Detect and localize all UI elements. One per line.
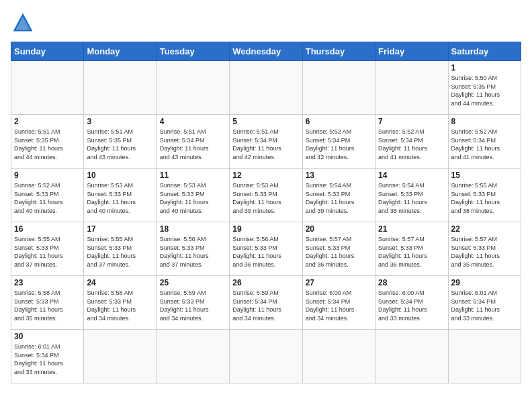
- calendar-cell: 12Sunrise: 5:53 AM Sunset: 5:33 PM Dayli…: [230, 169, 302, 222]
- calendar-cell: 1Sunrise: 5:50 AM Sunset: 5:35 PM Daylig…: [448, 61, 521, 115]
- calendar-cell: 6Sunrise: 5:52 AM Sunset: 5:34 PM Daylig…: [302, 115, 375, 169]
- calendar-cell: 26Sunrise: 5:59 AM Sunset: 5:34 PM Dayli…: [230, 276, 302, 330]
- day-number: 16: [14, 224, 81, 234]
- calendar-cell: 3Sunrise: 5:51 AM Sunset: 5:35 PM Daylig…: [84, 115, 157, 169]
- calendar-cell: 10Sunrise: 5:53 AM Sunset: 5:33 PM Dayli…: [84, 169, 157, 222]
- day-number: 27: [306, 278, 372, 287]
- day-info: Sunrise: 5:59 AM Sunset: 5:34 PM Dayligh…: [232, 289, 299, 322]
- calendar-cell: 7Sunrise: 5:52 AM Sunset: 5:34 PM Daylig…: [375, 115, 448, 169]
- day-info: Sunrise: 5:51 AM Sunset: 5:34 PM Dayligh…: [160, 128, 226, 161]
- calendar-cell: 9Sunrise: 5:52 AM Sunset: 5:33 PM Daylig…: [11, 169, 84, 222]
- calendar-row: 23Sunrise: 5:58 AM Sunset: 5:33 PM Dayli…: [11, 276, 521, 330]
- day-number: 22: [451, 224, 518, 234]
- day-number: 28: [378, 278, 445, 287]
- day-info: Sunrise: 5:59 AM Sunset: 5:33 PM Dayligh…: [160, 289, 226, 322]
- day-info: Sunrise: 5:53 AM Sunset: 5:33 PM Dayligh…: [87, 181, 153, 215]
- calendar-table: SundayMondayTuesdayWednesdayThursdayFrid…: [11, 42, 521, 383]
- day-number: 29: [451, 278, 518, 287]
- day-number: 30: [14, 332, 81, 341]
- weekday-header-saturday: Saturday: [448, 42, 521, 61]
- day-info: Sunrise: 5:55 AM Sunset: 5:33 PM Dayligh…: [87, 235, 153, 269]
- calendar-cell: 17Sunrise: 5:55 AM Sunset: 5:33 PM Dayli…: [84, 222, 157, 276]
- calendar-cell: 2Sunrise: 5:51 AM Sunset: 5:35 PM Daylig…: [11, 115, 84, 169]
- day-info: Sunrise: 6:01 AM Sunset: 5:34 PM Dayligh…: [14, 342, 81, 376]
- calendar-cell: [157, 330, 229, 383]
- weekday-header-sunday: Sunday: [11, 42, 84, 61]
- day-info: Sunrise: 6:01 AM Sunset: 5:34 PM Dayligh…: [451, 289, 518, 322]
- calendar-cell: [84, 330, 157, 383]
- calendar-cell: 28Sunrise: 6:00 AM Sunset: 5:34 PM Dayli…: [375, 276, 448, 330]
- calendar-cell: 27Sunrise: 6:00 AM Sunset: 5:34 PM Dayli…: [302, 276, 375, 330]
- day-number: 26: [232, 278, 299, 287]
- day-info: Sunrise: 5:51 AM Sunset: 5:34 PM Dayligh…: [232, 128, 299, 161]
- calendar-cell: 11Sunrise: 5:53 AM Sunset: 5:33 PM Dayli…: [157, 169, 229, 222]
- day-number: 14: [378, 171, 445, 180]
- calendar-cell: [230, 330, 302, 383]
- day-number: 7: [378, 117, 445, 126]
- calendar-cell: 19Sunrise: 5:56 AM Sunset: 5:33 PM Dayli…: [230, 222, 302, 276]
- calendar-cell: 24Sunrise: 5:58 AM Sunset: 5:33 PM Dayli…: [84, 276, 157, 330]
- page-header: [11, 11, 521, 35]
- day-number: 12: [232, 171, 299, 180]
- day-number: 3: [87, 117, 153, 126]
- calendar-cell: [375, 330, 448, 383]
- calendar-body: 1Sunrise: 5:50 AM Sunset: 5:35 PM Daylig…: [11, 61, 521, 383]
- weekday-header-row: SundayMondayTuesdayWednesdayThursdayFrid…: [11, 42, 521, 61]
- calendar-cell: 5Sunrise: 5:51 AM Sunset: 5:34 PM Daylig…: [230, 115, 302, 169]
- calendar-cell: 8Sunrise: 5:52 AM Sunset: 5:34 PM Daylig…: [448, 115, 521, 169]
- calendar-cell: 13Sunrise: 5:54 AM Sunset: 5:33 PM Dayli…: [302, 169, 375, 222]
- calendar-cell: [230, 61, 302, 115]
- calendar-cell: 30Sunrise: 6:01 AM Sunset: 5:34 PM Dayli…: [11, 330, 84, 383]
- day-number: 25: [160, 278, 226, 287]
- day-number: 6: [306, 117, 372, 126]
- day-number: 21: [378, 224, 445, 234]
- weekday-header-monday: Monday: [84, 42, 157, 61]
- calendar-row: 1Sunrise: 5:50 AM Sunset: 5:35 PM Daylig…: [11, 61, 521, 115]
- weekday-header-friday: Friday: [375, 42, 448, 61]
- calendar-cell: [157, 61, 229, 115]
- calendar-cell: 29Sunrise: 6:01 AM Sunset: 5:34 PM Dayli…: [448, 276, 521, 330]
- day-number: 4: [160, 117, 226, 126]
- day-number: 1: [451, 63, 518, 73]
- calendar-cell: 23Sunrise: 5:58 AM Sunset: 5:33 PM Dayli…: [11, 276, 84, 330]
- day-info: Sunrise: 5:54 AM Sunset: 5:33 PM Dayligh…: [306, 181, 372, 215]
- day-number: 15: [451, 171, 518, 180]
- calendar-cell: 20Sunrise: 5:57 AM Sunset: 5:33 PM Dayli…: [302, 222, 375, 276]
- day-info: Sunrise: 5:55 AM Sunset: 5:33 PM Dayligh…: [14, 235, 81, 269]
- weekday-header-thursday: Thursday: [302, 42, 375, 61]
- day-number: 8: [451, 117, 518, 126]
- calendar-cell: [302, 330, 375, 383]
- day-number: 9: [14, 171, 81, 180]
- day-info: Sunrise: 5:54 AM Sunset: 5:33 PM Dayligh…: [378, 181, 445, 215]
- day-info: Sunrise: 5:52 AM Sunset: 5:34 PM Dayligh…: [306, 128, 372, 161]
- day-number: 13: [306, 171, 372, 180]
- day-info: Sunrise: 6:00 AM Sunset: 5:34 PM Dayligh…: [378, 289, 445, 322]
- calendar-cell: [84, 61, 157, 115]
- day-number: 2: [14, 117, 81, 126]
- calendar-cell: 21Sunrise: 5:57 AM Sunset: 5:33 PM Dayli…: [375, 222, 448, 276]
- day-number: 20: [306, 224, 372, 234]
- day-info: Sunrise: 5:51 AM Sunset: 5:35 PM Dayligh…: [87, 128, 153, 161]
- day-info: Sunrise: 5:57 AM Sunset: 5:33 PM Dayligh…: [306, 235, 372, 269]
- calendar-cell: [375, 61, 448, 115]
- day-info: Sunrise: 5:55 AM Sunset: 5:33 PM Dayligh…: [451, 181, 518, 215]
- day-number: 23: [14, 278, 81, 287]
- day-info: Sunrise: 5:53 AM Sunset: 5:33 PM Dayligh…: [232, 181, 299, 215]
- day-info: Sunrise: 6:00 AM Sunset: 5:34 PM Dayligh…: [306, 289, 372, 322]
- day-info: Sunrise: 5:58 AM Sunset: 5:33 PM Dayligh…: [14, 289, 81, 322]
- day-info: Sunrise: 5:52 AM Sunset: 5:34 PM Dayligh…: [378, 128, 445, 161]
- day-number: 24: [87, 278, 153, 287]
- logo: [11, 11, 39, 35]
- day-number: 5: [232, 117, 299, 126]
- day-number: 17: [87, 224, 153, 234]
- day-info: Sunrise: 5:57 AM Sunset: 5:33 PM Dayligh…: [451, 235, 518, 269]
- day-info: Sunrise: 5:58 AM Sunset: 5:33 PM Dayligh…: [87, 289, 153, 322]
- calendar-row: 2Sunrise: 5:51 AM Sunset: 5:35 PM Daylig…: [11, 115, 521, 169]
- day-number: 18: [160, 224, 226, 234]
- calendar-row: 16Sunrise: 5:55 AM Sunset: 5:33 PM Dayli…: [11, 222, 521, 276]
- calendar-cell: [302, 61, 375, 115]
- day-info: Sunrise: 5:56 AM Sunset: 5:33 PM Dayligh…: [232, 235, 299, 269]
- logo-icon: [11, 11, 35, 35]
- day-number: 11: [160, 171, 226, 180]
- calendar-cell: [11, 61, 84, 115]
